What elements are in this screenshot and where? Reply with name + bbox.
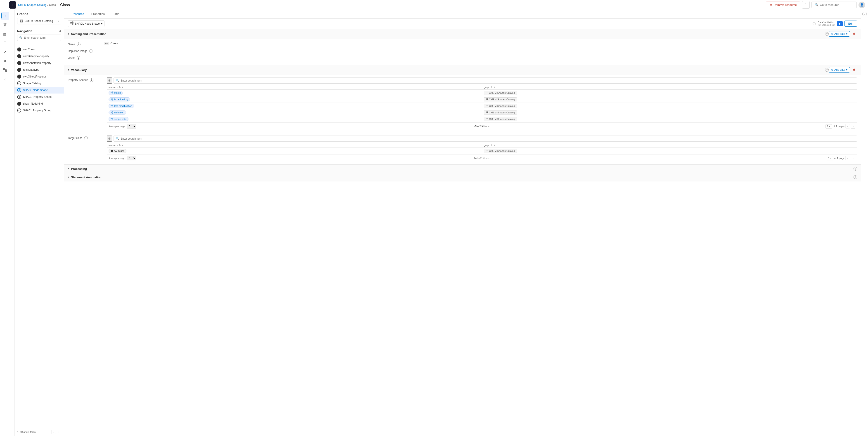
nav-pagination: ‹ › <box>51 430 61 434</box>
sidebar-item-pages[interactable]: ⧉ <box>1 57 9 65</box>
svg-rect-21 <box>112 92 113 92</box>
target-class-help-icon[interactable]: ℹ <box>84 136 88 140</box>
order-help-icon[interactable]: ℹ <box>77 56 80 60</box>
more-options-button[interactable]: ⋮ <box>802 1 810 8</box>
processing-section-header[interactable]: ▾ Processing ? <box>64 165 861 173</box>
nav-item-shacl-property-group[interactable]: C SHACL Property Group <box>14 107 64 114</box>
nav-item-shape-catalog[interactable]: C Shape Catalog <box>14 80 64 87</box>
app-logo: E <box>9 1 16 8</box>
list-item[interactable]: owl:Class <box>108 149 126 153</box>
nav-next-page-button[interactable]: › <box>57 430 61 434</box>
target-class-next-button[interactable]: › <box>851 156 855 160</box>
target-resource-sort-icon[interactable]: ⇅ <box>119 144 121 146</box>
nav-item-shacl-nodekind[interactable]: shacl_NodeKind <box>14 100 64 107</box>
property-shapes-help-icon[interactable]: ℹ <box>90 78 93 82</box>
target-class-prev-button[interactable]: ‹ <box>845 156 850 160</box>
target-class-search-input[interactable] <box>121 137 855 140</box>
svg-rect-37 <box>487 99 488 100</box>
target-class-page-select[interactable]: 1 ▾ <box>827 156 833 160</box>
nav-item-rdfs-datatype[interactable]: rdfs:Datatype <box>14 66 64 73</box>
vocabulary-help-icon[interactable]: ? <box>825 68 829 72</box>
nav-item-shacl-property-shape[interactable]: C SHACL Property Shape <box>14 94 64 100</box>
property-shapes-search-input[interactable] <box>121 79 855 82</box>
sidebar-item-signals[interactable]: ⌇ <box>1 75 9 83</box>
tab-resource[interactable]: Resource <box>68 10 88 18</box>
sidebar-item-hierarchy[interactable] <box>1 66 9 74</box>
name-row: Name ℹ en Class <box>68 41 857 46</box>
svg-rect-39 <box>112 105 113 105</box>
nav-item-label-owl-class: owl:Class <box>23 48 35 51</box>
vocabulary-delete-button[interactable]: 🗑 <box>851 67 857 72</box>
vocabulary-add-data-button[interactable]: ⊕ Add data ▾ <box>829 67 850 72</box>
nav-item-shacl-node-shape[interactable]: C SHACL Node Shape <box>14 87 64 94</box>
shape-selector[interactable]: SHACL Node Shape ▾ <box>68 20 104 27</box>
property-shapes-gear-button[interactable]: ⚙ <box>107 77 112 83</box>
prop-shapes-prev-button[interactable]: ‹ <box>845 124 850 129</box>
nav-prev-page-button[interactable]: ‹ <box>51 430 56 434</box>
svg-rect-66 <box>487 150 488 150</box>
nav-item-owl-object-property[interactable]: owl:ObjectProperty <box>14 73 64 80</box>
nav-item-owl-class[interactable]: owl:Class <box>14 46 64 53</box>
sidebar-item-dataset[interactable]: ▤ <box>1 30 9 38</box>
naming-chevron-icon: ▾ <box>68 32 69 35</box>
target-graph-sort-icon[interactable]: ⇅ <box>491 144 493 146</box>
list-item[interactable]: scope note <box>108 117 128 121</box>
target-class-gear-button[interactable]: ⚙ <box>107 136 112 142</box>
nav-search-input[interactable] <box>24 36 59 39</box>
vocabulary-section-header[interactable]: ▾ Vocabulary ? ⊕ Add data ▾ 🗑 <box>64 65 861 75</box>
naming-help-icon[interactable]: ? <box>825 32 829 36</box>
svg-rect-16 <box>72 22 73 23</box>
list-item[interactable]: is defined by <box>108 97 130 101</box>
prop-graph-filter-icon[interactable]: ▼ <box>493 86 495 88</box>
name-help-icon[interactable]: ℹ <box>77 42 81 46</box>
prop-resource-filter-icon[interactable]: ▼ <box>121 86 123 88</box>
edit-button[interactable]: Edit <box>844 21 857 27</box>
naming-section-header[interactable]: ▾ Naming and Presentation ? ⊕ Add data ▾… <box>64 29 861 39</box>
help-button[interactable]: ? <box>862 12 867 16</box>
tab-properties[interactable]: Properties <box>88 10 108 18</box>
target-class-page-chevron-icon: ▾ <box>830 157 832 160</box>
svg-rect-14 <box>22 21 23 22</box>
sidebar-item-home[interactable]: ⊙ <box>1 12 9 20</box>
property-shapes-table: resource ⇅ ▼ graph ⇅ <box>107 85 857 123</box>
target-resource-filter-icon[interactable]: ▼ <box>121 144 123 146</box>
sidebar-item-vocabulary[interactable]: ☰ <box>1 39 9 47</box>
graph-selector[interactable]: CMEM Shapes Catalog ▾ <box>17 18 61 24</box>
nav-item-owl-annotation-property[interactable]: owl:AnnotationProperty <box>14 60 64 66</box>
svg-rect-44 <box>487 105 488 105</box>
avatar[interactable]: 👤 <box>859 2 865 8</box>
list-item[interactable]: last modification <box>108 104 134 108</box>
menu-icon[interactable] <box>3 3 7 7</box>
sidebar-item-graph[interactable] <box>1 21 9 29</box>
statement-annotation-help-icon[interactable]: ? <box>854 175 857 179</box>
goto-search-input[interactable] <box>820 3 853 6</box>
nav-panel-toggle[interactable]: ‹ <box>10 10 14 436</box>
list-item[interactable]: definition <box>108 110 126 114</box>
right-panel: ? <box>861 10 868 436</box>
depiction-help-icon[interactable]: ℹ <box>89 49 93 53</box>
sidebar-item-analytics[interactable]: ↗ <box>1 48 9 56</box>
processing-help-icon[interactable]: ? <box>854 167 857 171</box>
table-row: is defined by CMEM Shapes Catalog <box>107 96 857 103</box>
run-validation-button[interactable]: ▶ <box>837 21 843 26</box>
nav-item-owl-datatype-property[interactable]: owl:DatatypeProperty <box>14 53 64 60</box>
graph-chevron-icon: ▾ <box>58 20 59 22</box>
per-page-select-input[interactable]: 5 10 25 <box>127 124 136 129</box>
prop-shapes-page-select[interactable]: 1 ▾ <box>826 124 832 129</box>
prop-graph-sort-icon[interactable]: ⇅ <box>491 86 493 88</box>
tab-turtle[interactable]: Turtle <box>108 10 123 18</box>
target-per-page-select-input[interactable]: 5 10 25 <box>127 156 136 160</box>
breadcrumb-catalog-link[interactable]: CMEM Shapes Catalog <box>18 3 46 6</box>
naming-add-data-button[interactable]: ⊕ Add data ▾ <box>829 31 850 37</box>
nav-item-label-shape-catalog: Shape Catalog <box>23 82 41 85</box>
target-graph-filter-icon[interactable]: ▼ <box>493 144 495 146</box>
target-class-page-value: 1 <box>828 157 830 160</box>
prop-resource-sort-icon[interactable]: ⇅ <box>119 86 121 88</box>
svg-rect-57 <box>112 118 113 119</box>
naming-delete-button[interactable]: 🗑 <box>851 31 857 37</box>
prop-shapes-next-button[interactable]: › <box>851 124 855 129</box>
remove-resource-button[interactable]: 🗑 Remove resource <box>766 2 800 8</box>
statement-annotation-section-header[interactable]: ▾ Statement Annotation ? <box>64 173 861 181</box>
list-item[interactable]: status <box>108 91 123 95</box>
refresh-button[interactable]: ↺ <box>59 29 61 33</box>
